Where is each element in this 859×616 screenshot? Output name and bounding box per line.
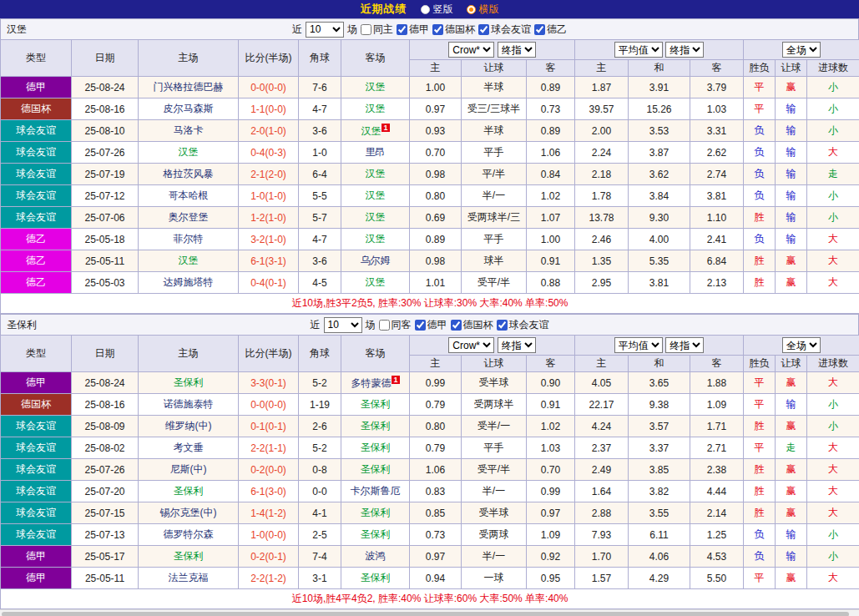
same-venue-checkbox[interactable] <box>361 24 371 35</box>
team-link[interactable]: 汉堡 <box>366 233 386 245</box>
score[interactable]: 0-4(0-3) <box>239 142 299 164</box>
home-team[interactable]: 菲尔特 <box>139 229 239 250</box>
average-stage-select[interactable]: 终指 <box>665 42 704 58</box>
team-link[interactable]: 尼斯(中) <box>170 463 207 475</box>
same-venue-checkbox[interactable] <box>379 320 390 331</box>
team-link[interactable]: 汉堡 <box>361 125 381 137</box>
league-checkbox[interactable] <box>432 24 443 35</box>
odds-company-select[interactable]: Crow* <box>448 42 494 58</box>
team-link[interactable]: 圣保利 <box>361 420 391 432</box>
away-team[interactable]: 汉堡 <box>341 77 410 98</box>
score[interactable]: 2-0(1-0) <box>239 120 299 142</box>
home-team[interactable]: 法兰克福 <box>139 568 239 589</box>
team-link[interactable]: 圣保利 <box>174 550 204 562</box>
average-stage-select[interactable]: 终指 <box>665 337 704 353</box>
league-filter[interactable]: 德甲 <box>397 23 429 37</box>
home-team[interactable]: 诺德施泰特 <box>139 394 239 416</box>
away-team[interactable]: 波鸿 <box>341 546 410 568</box>
score[interactable]: 0-0(0-0) <box>239 394 299 416</box>
team-link[interactable]: 波鸿 <box>366 550 386 562</box>
average-select[interactable]: 平均值 <box>614 337 663 353</box>
home-team[interactable]: 汉堡 <box>139 250 239 272</box>
away-team[interactable]: 乌尔姆 <box>341 250 410 272</box>
team-link[interactable]: 考文垂 <box>174 442 204 453</box>
score[interactable]: 6-1(3-1) <box>239 250 299 272</box>
team-link[interactable]: 里昂 <box>366 146 386 158</box>
team-link[interactable]: 圣保利 <box>361 442 391 453</box>
score[interactable]: 0-0(0-0) <box>239 77 299 98</box>
recent-count-select[interactable]: 10 <box>324 317 362 333</box>
away-team[interactable]: 汉堡 <box>341 185 410 207</box>
team-link[interactable]: 汉堡 <box>366 103 386 114</box>
odds-stage-select[interactable]: 终指 <box>498 42 536 58</box>
home-team[interactable]: 尼斯(中) <box>139 459 239 481</box>
away-team[interactable]: 圣保利 <box>341 416 410 437</box>
horizontal-scrollbar[interactable] <box>0 609 859 616</box>
home-team[interactable]: 圣保利 <box>139 372 239 394</box>
league-checkbox[interactable] <box>534 24 545 35</box>
team-link[interactable]: 圣保利 <box>361 507 391 518</box>
team-link[interactable]: 皮尔马森斯 <box>164 103 214 114</box>
team-link[interactable]: 圣保利 <box>361 463 391 475</box>
away-team[interactable]: 汉堡 <box>341 164 410 185</box>
score[interactable]: 6-1(3-0) <box>239 481 299 502</box>
team-link[interactable]: 乌尔姆 <box>361 255 391 266</box>
away-team[interactable]: 圣保利 <box>341 459 410 481</box>
home-team[interactable]: 马洛卡 <box>139 120 239 142</box>
score[interactable]: 0-1(0-1) <box>239 416 299 437</box>
team-link[interactable]: 圣保利 <box>361 398 391 410</box>
score[interactable]: 1-0(0-0) <box>239 524 299 546</box>
team-link[interactable]: 马洛卡 <box>174 124 204 136</box>
team-link[interactable]: 法兰克福 <box>169 572 209 583</box>
league-checkbox[interactable] <box>478 24 489 35</box>
odds-stage-select[interactable]: 终指 <box>498 337 536 353</box>
home-team[interactable]: 达姆施塔特 <box>139 272 239 294</box>
odds-company-select[interactable]: Crow* <box>448 337 494 353</box>
team-link[interactable]: 卡尔斯鲁厄 <box>351 485 401 497</box>
league-filter[interactable]: 德甲 <box>415 318 447 332</box>
league-filter[interactable]: 德国杯 <box>432 23 475 37</box>
team-link[interactable]: 汉堡 <box>366 168 386 179</box>
team-link[interactable]: 汉堡 <box>179 146 199 158</box>
home-team[interactable]: 德罗特尔森 <box>139 524 239 546</box>
league-checkbox[interactable] <box>497 320 508 331</box>
score[interactable]: 1-0(1-0) <box>239 185 299 207</box>
team-link[interactable]: 锡尔克堡(中) <box>160 507 217 518</box>
team-link[interactable]: 多特蒙德 <box>351 377 391 389</box>
score[interactable]: 0-2(0-0) <box>239 459 299 481</box>
same-venue-filter[interactable]: 同客 <box>379 318 412 332</box>
score[interactable]: 3-2(1-0) <box>239 229 299 250</box>
team-link[interactable]: 达姆施塔特 <box>164 276 214 288</box>
away-team[interactable]: 圣保利 <box>341 524 410 546</box>
home-team[interactable]: 门兴格拉德巴赫 <box>139 77 239 98</box>
team-link[interactable]: 汉堡 <box>366 189 386 201</box>
scope-select[interactable]: 全场 <box>782 42 821 58</box>
away-team[interactable]: 圣保利 <box>341 437 410 459</box>
team-link[interactable]: 汉堡 <box>366 211 386 223</box>
away-team[interactable]: 多特蒙德1 <box>341 372 410 394</box>
home-team[interactable]: 奥尔登堡 <box>139 207 239 229</box>
score[interactable]: 3-3(0-1) <box>239 372 299 394</box>
league-filter[interactable]: 球会友谊 <box>497 318 549 332</box>
league-filter[interactable]: 德国杯 <box>451 318 493 332</box>
team-link[interactable]: 奥尔登堡 <box>169 211 209 223</box>
away-team[interactable]: 卡尔斯鲁厄 <box>341 481 410 502</box>
away-team[interactable]: 汉堡 <box>341 229 410 250</box>
league-filter[interactable]: 德乙 <box>534 23 567 37</box>
away-team[interactable]: 里昂 <box>341 142 410 164</box>
score[interactable]: 2-2(1-1) <box>239 437 299 459</box>
away-team[interactable]: 汉堡 <box>341 272 410 294</box>
home-team[interactable]: 皮尔马森斯 <box>139 98 239 120</box>
score[interactable]: 1-1(0-0) <box>239 98 299 120</box>
home-team[interactable]: 锡尔克堡(中) <box>139 502 239 524</box>
recent-count-select[interactable]: 10 <box>306 22 344 38</box>
score[interactable]: 0-4(0-1) <box>239 272 299 294</box>
layout-option-horizontal[interactable]: 横版 <box>467 3 499 17</box>
away-team[interactable]: 汉堡1 <box>341 120 410 142</box>
score[interactable]: 1-4(1-2) <box>239 502 299 524</box>
team-link[interactable]: 德罗特尔森 <box>164 528 214 540</box>
team-link[interactable]: 哥本哈根 <box>169 189 209 201</box>
team-link[interactable]: 菲尔特 <box>174 233 204 245</box>
home-team[interactable]: 维罗纳(中) <box>139 416 239 437</box>
away-team[interactable]: 汉堡 <box>341 98 410 120</box>
